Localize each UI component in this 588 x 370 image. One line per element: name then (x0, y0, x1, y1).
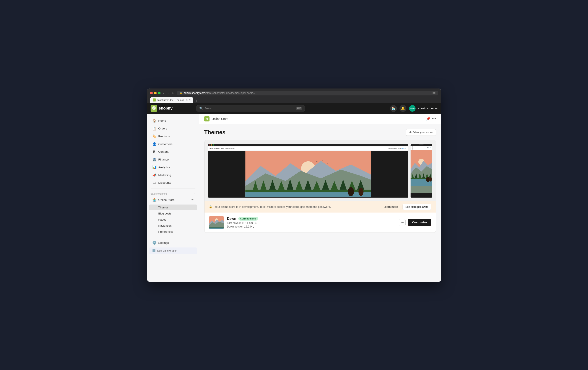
landscape-svg (208, 151, 408, 197)
sidebar-item-label: Home (158, 119, 166, 122)
sidebar-item-navigation[interactable]: Navigation (149, 223, 197, 229)
dev-banner: 🔒 Your online store is in development. T… (205, 201, 436, 213)
content-icon: 🖥 (152, 150, 156, 154)
theme-last-saved: Last saved: 11:11 am EST (227, 221, 396, 225)
sidebar-item-label: Orders (158, 127, 167, 130)
pin-icon[interactable]: 📌 (426, 117, 430, 121)
main-content: H Online Store 📌 ••• Themes 👁 View your … (199, 114, 441, 282)
preview-mobile: constructor-dev ☰ 🔍 🛒 (410, 144, 432, 197)
theme-actions: ••• Customize (399, 219, 431, 226)
reload-button[interactable]: ↻ (171, 91, 176, 95)
sidebar-item-label: Online Store (158, 198, 175, 201)
non-transferable-banner: ℹ️ Non-transferable (149, 248, 197, 254)
preview-nav: constructor-dev HomeCatalogContact Unite… (208, 146, 408, 151)
customize-button[interactable]: Customize (408, 219, 431, 226)
user-avatar[interactable]: con (409, 105, 416, 112)
svg-point-34 (429, 177, 432, 182)
themes-label: Themes (158, 206, 168, 209)
sidebar-item-pages[interactable]: Pages (149, 217, 197, 223)
preferences-label: Preferences (158, 230, 174, 233)
preview-desktop: constructor-dev HomeCatalogContact Unite… (208, 144, 408, 197)
breadcrumb: Online Store (212, 117, 229, 120)
browser-tabs: constructor-dev · Themes · S ✕ + (150, 97, 438, 103)
sidebar-item-themes[interactable]: Themes (149, 205, 197, 210)
theme-name-row: Dawn Current theme (227, 217, 396, 221)
browser-controls: ‹ › ↻ 🔒 admin.shopify.com/store/construc… (150, 91, 438, 95)
home-icon: 🏠 (152, 119, 156, 123)
sidebar-item-marketing[interactable]: 📣 Marketing (149, 171, 197, 179)
page-header-bar: H Online Store 📌 ••• (199, 114, 441, 124)
page-header-left: H Online Store (204, 116, 229, 121)
pages-label: Pages (158, 218, 166, 221)
back-button[interactable]: ‹ (162, 91, 165, 95)
browser-nav: ‹ › ↻ 🔒 admin.shopify.com/store/construc… (162, 91, 438, 95)
page-title-row: Themes 👁 View your store (204, 129, 436, 136)
theme-version[interactable]: Dawn version 15.2.0 ⌄ (227, 225, 396, 228)
more-options-button[interactable]: ••• (399, 219, 406, 226)
dev-banner-message: Your online store is in development. To … (214, 205, 381, 208)
sidebar-item-settings[interactable]: ⚙️ Settings (149, 239, 197, 247)
shopify-logo-icon: Ⓢ (151, 105, 157, 112)
minimize-button[interactable] (154, 92, 157, 94)
svg-point-19 (348, 187, 354, 196)
sidebar-item-customers[interactable]: 👤 Customers (149, 140, 197, 148)
address-bar[interactable]: 🔒 admin.shopify.com/store/constructor-de… (177, 91, 438, 95)
new-tab-button[interactable]: + (194, 99, 199, 103)
tab-title: constructor-dev · Themes · S (157, 99, 188, 101)
customers-icon: 👤 (152, 142, 156, 146)
browser-window: ‹ › ↻ 🔒 admin.shopify.com/store/construc… (147, 88, 441, 282)
theme-card: constructor-dev HomeCatalogContact Unite… (204, 140, 436, 233)
close-button[interactable] (150, 92, 153, 94)
search-shortcut: ⌘ (431, 92, 436, 94)
forward-button[interactable]: › (167, 91, 169, 95)
store-icon-button[interactable]: 🏪 (390, 105, 397, 112)
online-store-icon: 🏪 (152, 198, 156, 202)
info-icon: ℹ️ (152, 249, 156, 252)
see-store-password-button[interactable]: See store password (403, 204, 431, 210)
sidebar-item-blog-posts[interactable]: Blog posts (149, 211, 197, 217)
active-tab[interactable]: constructor-dev · Themes · S ✕ (150, 97, 193, 103)
eye-icon: 👁 (409, 131, 412, 134)
current-theme-badge: Current theme (238, 217, 258, 221)
learn-more-link[interactable]: Learn more (383, 205, 398, 208)
svg-rect-39 (209, 227, 224, 228)
address-text: admin.shopify.com/store/constructor-dev/… (184, 92, 255, 95)
sidebar-item-preferences[interactable]: Preferences (149, 229, 197, 235)
sidebar-item-home[interactable]: 🏠 Home (149, 117, 197, 124)
sidebar-item-content[interactable]: 🖥 Content (149, 148, 197, 155)
navigation-label: Navigation (158, 224, 172, 227)
shopify-logo: Ⓢ shopify (151, 105, 194, 112)
search-icon: 🔍 (199, 107, 203, 110)
svg-point-33 (426, 177, 430, 182)
sidebar-item-label: Discounts (158, 181, 171, 184)
lock-icon: 🔒 (209, 205, 212, 208)
top-bar-actions: 🏪 🔔 con constructor-dev (390, 105, 438, 112)
sidebar-item-analytics[interactable]: 📊 Analytics (149, 163, 197, 171)
tab-close-icon[interactable]: ✕ (189, 99, 191, 101)
non-transferable-label: Non-transferable (157, 249, 177, 252)
expand-icon[interactable]: › (195, 192, 195, 195)
search-placeholder: Search (205, 107, 213, 110)
tab-favicon (153, 98, 156, 101)
settings-icon: ⚙️ (152, 241, 156, 245)
chevron-down-icon: ⌄ (252, 225, 255, 228)
sidebar-item-discounts[interactable]: 🏷 Discounts (149, 179, 197, 186)
search-keyboard-shortcut: ⌘K (296, 107, 302, 110)
sidebar-item-products[interactable]: 🏷️ Products (149, 132, 197, 140)
svg-point-20 (358, 188, 363, 196)
more-options-icon[interactable]: ••• (432, 117, 436, 121)
eye-icon[interactable]: 👁 (191, 198, 194, 201)
sidebar-item-finance[interactable]: 🏦 Finance (149, 156, 197, 163)
blog-posts-label: Blog posts (158, 212, 172, 215)
notification-bell-button[interactable]: 🔔 (399, 105, 406, 112)
browser-chrome: ‹ › ↻ 🔒 admin.shopify.com/store/construc… (147, 88, 441, 103)
maximize-button[interactable] (158, 92, 160, 94)
sidebar-item-online-store[interactable]: 🏪 Online Store 👁 (149, 196, 197, 204)
sidebar-item-orders[interactable]: 📋 Orders (149, 125, 197, 132)
products-icon: 🏷️ (152, 134, 156, 138)
search-bar[interactable]: 🔍 Search ⌘K (197, 105, 305, 111)
page-title: Themes (204, 129, 226, 136)
view-store-button[interactable]: 👁 View your store (406, 129, 436, 136)
user-name-label: constructor-dev (418, 107, 438, 110)
sidebar-item-label: Finance (158, 158, 169, 161)
